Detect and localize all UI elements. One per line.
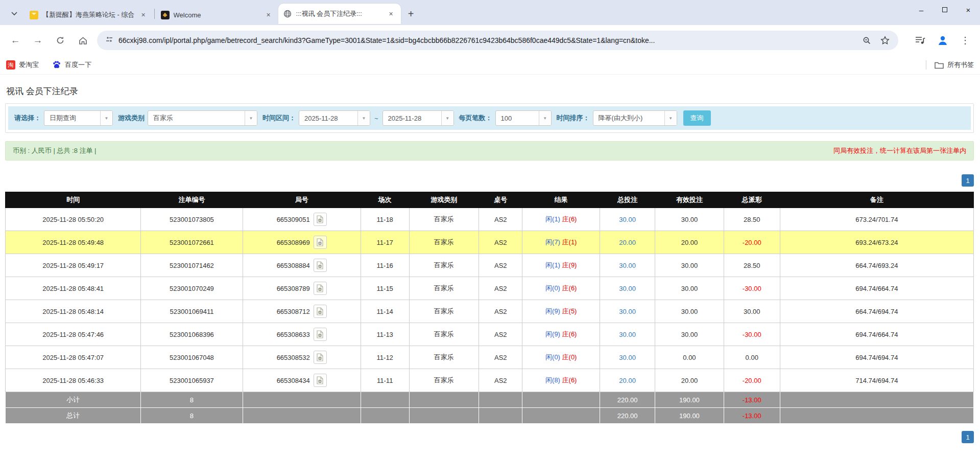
total-bet-link[interactable]: 20.00 <box>600 369 655 392</box>
tab-bet-records-active[interactable]: :::视讯 会员下注纪录::: × <box>278 4 401 24</box>
cell-bet-id: 523001069411 <box>141 300 243 323</box>
reload-icon[interactable] <box>52 32 68 49</box>
cell-note: 694.74/694.74 <box>780 346 973 369</box>
game-type-select[interactable]: 百家乐 ▼ <box>148 110 257 126</box>
url-text[interactable]: 66cxkj98.com/ipl/portal.php/game/betreco… <box>118 36 855 44</box>
result-banker: 庄(9) <box>562 261 577 269</box>
query-type-select[interactable]: 日期查询 ▼ <box>44 110 113 126</box>
round-id: 665308969 <box>277 239 310 246</box>
zoom-icon[interactable] <box>859 33 874 48</box>
video-replay-icon[interactable] <box>314 328 327 341</box>
page-1-button[interactable]: 1 <box>962 431 974 443</box>
cell-round-id: 665308712 <box>243 300 361 323</box>
date-from-select[interactable]: 2025-11-28 ▼ <box>299 110 370 126</box>
table-row: 2025-11-28 05:46:33 523001065937 6653084… <box>6 369 974 392</box>
tab-close-icon[interactable]: × <box>139 10 148 19</box>
result-player: 闲(8) <box>545 376 560 384</box>
tab-search-chevron-icon[interactable] <box>7 7 21 21</box>
all-bookmarks-button[interactable]: 所有书签 <box>935 60 974 70</box>
cell-session: 11-16 <box>361 254 409 277</box>
search-button[interactable]: 查询 <box>683 110 711 126</box>
tab-close-icon[interactable]: × <box>264 10 273 19</box>
cell-note: 694.74/664.74 <box>780 323 973 346</box>
cell-round-id: 665308434 <box>243 369 361 392</box>
cell-note: 664.74/694.74 <box>780 300 973 323</box>
video-replay-icon[interactable] <box>314 305 327 318</box>
header-valid-bet: 有效投注 <box>655 192 724 208</box>
page-1-button[interactable]: 1 <box>962 174 974 187</box>
cell-time: 2025-11-28 05:47:46 <box>6 323 141 346</box>
cell-table-no: AS2 <box>479 254 522 277</box>
subtotal-label: 小计 <box>6 392 141 408</box>
per-page-value: 100 <box>496 111 539 125</box>
home-icon[interactable] <box>75 32 91 49</box>
table-row: 2025-11-28 05:50:20 523001073805 6653090… <box>6 208 974 231</box>
total-bet-link[interactable]: 30.00 <box>600 277 655 300</box>
total-bet-link[interactable]: 30.00 <box>600 323 655 346</box>
cell-table-no: AS2 <box>479 346 522 369</box>
cell-payout: -30.00 <box>724 323 780 346</box>
result-player: 闲(1) <box>545 261 560 269</box>
bookmark-label: 爱淘宝 <box>19 60 39 70</box>
round-id: 665308633 <box>277 331 310 338</box>
result-player: 闲(7) <box>545 238 560 246</box>
total-bet-link[interactable]: 30.00 <box>600 208 655 231</box>
cell-bet-id: 523001072661 <box>141 231 243 254</box>
tab-close-icon[interactable]: × <box>387 9 396 18</box>
globe-icon <box>283 10 292 18</box>
tab-forum[interactable]: 【新提醒】海燕策略论坛 - 综合 × <box>25 6 153 24</box>
total-bet-link[interactable]: 30.00 <box>600 300 655 323</box>
close-button[interactable]: × <box>957 0 980 19</box>
cell-result: 闲(9) 庄(5) <box>522 300 600 323</box>
kebab-menu-icon[interactable]: ⋮ <box>958 33 973 48</box>
site-info-icon[interactable] <box>105 35 113 45</box>
total-bet-link[interactable]: 30.00 <box>600 254 655 277</box>
back-icon[interactable]: ← <box>7 32 23 49</box>
date-to-select[interactable]: 2025-11-28 ▼ <box>383 110 454 126</box>
address-bar[interactable]: 66cxkj98.com/ipl/portal.php/game/betreco… <box>97 31 898 50</box>
new-tab-button[interactable]: + <box>404 7 418 21</box>
cell-bet-id: 523001065937 <box>141 369 243 392</box>
header-session: 场次 <box>361 192 409 208</box>
table-body: 2025-11-28 05:50:20 523001073805 6653090… <box>6 208 974 392</box>
header-game-type: 游戏类别 <box>409 192 479 208</box>
bookmark-taobao[interactable]: 淘 爱淘宝 <box>6 60 39 70</box>
header-table-no: 桌号 <box>479 192 522 208</box>
video-replay-icon[interactable] <box>314 259 327 272</box>
tab-strip: 【新提醒】海燕策略论坛 - 综合 × Welcome × :::视讯 会员下注纪… <box>0 0 980 25</box>
video-replay-icon[interactable] <box>314 236 327 249</box>
total-bet-link[interactable]: 30.00 <box>600 346 655 369</box>
cell-valid-bet: 20.00 <box>655 369 724 392</box>
media-controls-icon[interactable] <box>913 33 928 48</box>
cell-payout: 28.50 <box>724 208 780 231</box>
minimize-button[interactable]: – <box>910 0 933 19</box>
video-replay-icon[interactable] <box>314 213 327 226</box>
tilde-separator: ~ <box>374 115 378 122</box>
cell-valid-bet: 20.00 <box>655 231 724 254</box>
tab-title: :::视讯 会员下注纪录::: <box>296 9 383 18</box>
video-replay-icon[interactable] <box>314 351 327 364</box>
tab-welcome[interactable]: Welcome × <box>156 6 278 24</box>
subtotal-row: 小计 8 220.00 190.00 -13.00 <box>6 392 974 408</box>
forward-icon[interactable]: → <box>30 32 46 49</box>
cell-bet-id: 523001073805 <box>141 208 243 231</box>
video-replay-icon[interactable] <box>314 374 327 387</box>
cell-payout: -20.00 <box>724 231 780 254</box>
query-type-label: 请选择： <box>14 113 41 123</box>
round-id: 665309051 <box>277 216 310 223</box>
cell-session: 11-13 <box>361 323 409 346</box>
bookmark-star-icon[interactable] <box>878 33 892 48</box>
bookmark-baidu[interactable]: 百度一下 <box>52 60 91 70</box>
result-banker: 庄(6) <box>562 376 577 384</box>
total-bet-link[interactable]: 20.00 <box>600 231 655 254</box>
maximize-button[interactable] <box>933 0 957 19</box>
sort-select[interactable]: 降幂(由大到小) ▼ <box>593 110 677 126</box>
per-page-select[interactable]: 100 ▼ <box>495 110 552 126</box>
result-player: 闲(1) <box>545 215 560 223</box>
round-id: 665308712 <box>277 308 310 315</box>
video-replay-icon[interactable] <box>314 282 327 295</box>
profile-avatar-icon[interactable] <box>935 33 950 48</box>
table-row: 2025-11-28 05:49:17 523001071462 6653088… <box>6 254 974 277</box>
total-label: 总计 <box>6 408 141 424</box>
cell-payout: 28.50 <box>724 254 780 277</box>
